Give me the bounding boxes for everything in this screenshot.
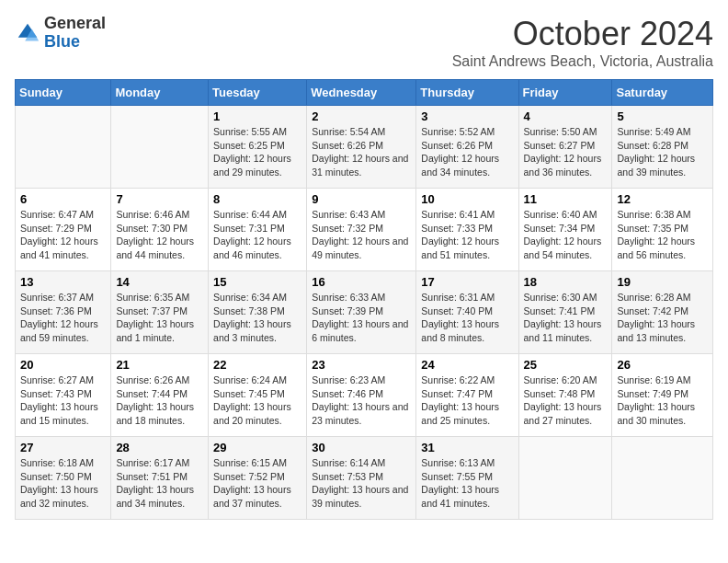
- day-number: 8: [213, 192, 301, 206]
- day-number: 23: [312, 358, 411, 372]
- day-number: 7: [116, 192, 203, 206]
- calendar-cell: 19Sunrise: 6:28 AMSunset: 7:42 PMDayligh…: [612, 271, 713, 354]
- day-number: 15: [213, 275, 301, 289]
- day-info: Sunrise: 6:46 AMSunset: 7:30 PMDaylight:…: [116, 208, 203, 262]
- day-info: Sunrise: 6:44 AMSunset: 7:31 PMDaylight:…: [213, 208, 301, 262]
- calendar-cell: [612, 437, 713, 520]
- day-number: 30: [312, 441, 411, 454]
- calendar-week-row: 6Sunrise: 6:47 AMSunset: 7:29 PMDaylight…: [16, 189, 713, 271]
- calendar-week-row: 13Sunrise: 6:37 AMSunset: 7:36 PMDayligh…: [16, 271, 713, 354]
- calendar-cell: 23Sunrise: 6:23 AMSunset: 7:46 PMDayligh…: [307, 354, 416, 437]
- calendar-cell: 11Sunrise: 6:40 AMSunset: 7:34 PMDayligh…: [518, 189, 612, 271]
- day-number: 21: [116, 358, 203, 372]
- day-number: 18: [524, 275, 608, 289]
- day-info: Sunrise: 6:20 AMSunset: 7:48 PMDaylight:…: [524, 373, 608, 428]
- calendar-header-row: SundayMondayTuesdayWednesdayThursdayFrid…: [16, 80, 713, 106]
- day-number: 6: [20, 192, 106, 206]
- header-monday: Monday: [111, 80, 209, 106]
- calendar-cell: 4Sunrise: 5:50 AMSunset: 6:27 PMDaylight…: [518, 106, 612, 189]
- calendar-cell: 5Sunrise: 5:49 AMSunset: 6:28 PMDaylight…: [612, 106, 713, 189]
- logo-icon: [15, 20, 40, 46]
- day-info: Sunrise: 5:50 AMSunset: 6:27 PMDaylight:…: [524, 125, 608, 179]
- calendar-cell: 6Sunrise: 6:47 AMSunset: 7:29 PMDaylight…: [16, 189, 111, 271]
- calendar-cell: 29Sunrise: 6:15 AMSunset: 7:52 PMDayligh…: [209, 437, 307, 520]
- calendar-cell: 13Sunrise: 6:37 AMSunset: 7:36 PMDayligh…: [16, 271, 111, 354]
- calendar-cell: 3Sunrise: 5:52 AMSunset: 6:26 PMDaylight…: [416, 106, 518, 189]
- calendar-cell: 17Sunrise: 6:31 AMSunset: 7:40 PMDayligh…: [416, 271, 518, 354]
- day-info: Sunrise: 6:24 AMSunset: 7:45 PMDaylight:…: [213, 373, 301, 428]
- calendar-cell: [16, 106, 111, 189]
- day-info: Sunrise: 6:23 AMSunset: 7:46 PMDaylight:…: [312, 373, 411, 428]
- day-number: 1: [213, 109, 301, 123]
- day-number: 3: [421, 109, 513, 123]
- day-number: 22: [213, 358, 301, 372]
- calendar-cell: [518, 437, 612, 520]
- day-info: Sunrise: 6:43 AMSunset: 7:32 PMDaylight:…: [312, 208, 411, 262]
- day-info: Sunrise: 6:37 AMSunset: 7:36 PMDaylight:…: [20, 291, 106, 345]
- day-number: 12: [617, 192, 708, 206]
- calendar-cell: 20Sunrise: 6:27 AMSunset: 7:43 PMDayligh…: [16, 354, 111, 437]
- day-info: Sunrise: 6:15 AMSunset: 7:52 PMDaylight:…: [213, 456, 301, 511]
- day-info: Sunrise: 6:17 AMSunset: 7:51 PMDaylight:…: [116, 456, 203, 511]
- day-number: 13: [20, 275, 106, 289]
- day-number: 29: [213, 441, 301, 454]
- day-info: Sunrise: 6:22 AMSunset: 7:47 PMDaylight:…: [421, 373, 513, 428]
- day-info: Sunrise: 5:52 AMSunset: 6:26 PMDaylight:…: [421, 125, 513, 179]
- day-number: 28: [116, 441, 203, 454]
- day-info: Sunrise: 6:33 AMSunset: 7:39 PMDaylight:…: [312, 291, 411, 345]
- calendar-cell: 9Sunrise: 6:43 AMSunset: 7:32 PMDaylight…: [307, 189, 416, 271]
- day-number: 24: [421, 358, 513, 372]
- day-number: 5: [617, 109, 708, 123]
- calendar-cell: 30Sunrise: 6:14 AMSunset: 7:53 PMDayligh…: [307, 437, 416, 520]
- calendar-cell: 26Sunrise: 6:19 AMSunset: 7:49 PMDayligh…: [612, 354, 713, 437]
- location-subtitle: Saint Andrews Beach, Victoria, Australia: [452, 53, 713, 70]
- day-info: Sunrise: 6:35 AMSunset: 7:37 PMDaylight:…: [116, 291, 203, 345]
- day-number: 27: [20, 441, 106, 454]
- logo-text: General Blue: [44, 15, 106, 52]
- day-info: Sunrise: 6:34 AMSunset: 7:38 PMDaylight:…: [213, 291, 301, 345]
- calendar-cell: 24Sunrise: 6:22 AMSunset: 7:47 PMDayligh…: [416, 354, 518, 437]
- day-number: 10: [421, 192, 513, 206]
- calendar-cell: 27Sunrise: 6:18 AMSunset: 7:50 PMDayligh…: [16, 437, 111, 520]
- calendar-table: SundayMondayTuesdayWednesdayThursdayFrid…: [15, 79, 713, 520]
- day-number: 20: [20, 358, 106, 372]
- day-info: Sunrise: 6:40 AMSunset: 7:34 PMDaylight:…: [524, 208, 608, 262]
- header-wednesday: Wednesday: [307, 80, 416, 106]
- calendar-cell: 2Sunrise: 5:54 AMSunset: 6:26 PMDaylight…: [307, 106, 416, 189]
- calendar-cell: 1Sunrise: 5:55 AMSunset: 6:25 PMDaylight…: [209, 106, 307, 189]
- day-info: Sunrise: 6:18 AMSunset: 7:50 PMDaylight:…: [20, 456, 106, 511]
- logo: General Blue: [15, 15, 106, 52]
- day-info: Sunrise: 5:55 AMSunset: 6:25 PMDaylight:…: [213, 125, 301, 179]
- logo-blue: Blue: [44, 33, 106, 52]
- calendar-cell: 25Sunrise: 6:20 AMSunset: 7:48 PMDayligh…: [518, 354, 612, 437]
- calendar-cell: [111, 106, 209, 189]
- day-info: Sunrise: 6:31 AMSunset: 7:40 PMDaylight:…: [421, 291, 513, 345]
- calendar-cell: 18Sunrise: 6:30 AMSunset: 7:41 PMDayligh…: [518, 271, 612, 354]
- month-title: October 2024: [452, 15, 713, 53]
- day-info: Sunrise: 6:19 AMSunset: 7:49 PMDaylight:…: [617, 373, 708, 428]
- day-number: 19: [617, 275, 708, 289]
- day-info: Sunrise: 6:47 AMSunset: 7:29 PMDaylight:…: [20, 208, 106, 262]
- day-info: Sunrise: 6:28 AMSunset: 7:42 PMDaylight:…: [617, 291, 708, 345]
- day-number: 11: [524, 192, 608, 206]
- calendar-week-row: 1Sunrise: 5:55 AMSunset: 6:25 PMDaylight…: [16, 106, 713, 189]
- title-block: October 2024 Saint Andrews Beach, Victor…: [452, 15, 713, 70]
- header-tuesday: Tuesday: [209, 80, 307, 106]
- calendar-cell: 16Sunrise: 6:33 AMSunset: 7:39 PMDayligh…: [307, 271, 416, 354]
- day-number: 14: [116, 275, 203, 289]
- calendar-cell: 31Sunrise: 6:13 AMSunset: 7:55 PMDayligh…: [416, 437, 518, 520]
- day-info: Sunrise: 6:14 AMSunset: 7:53 PMDaylight:…: [312, 456, 411, 511]
- day-number: 16: [312, 275, 411, 289]
- day-number: 2: [312, 109, 411, 123]
- day-info: Sunrise: 6:38 AMSunset: 7:35 PMDaylight:…: [617, 208, 708, 262]
- calendar-week-row: 20Sunrise: 6:27 AMSunset: 7:43 PMDayligh…: [16, 354, 713, 437]
- header-thursday: Thursday: [416, 80, 518, 106]
- calendar-cell: 8Sunrise: 6:44 AMSunset: 7:31 PMDaylight…: [209, 189, 307, 271]
- day-info: Sunrise: 6:26 AMSunset: 7:44 PMDaylight:…: [116, 373, 203, 428]
- calendar-cell: 15Sunrise: 6:34 AMSunset: 7:38 PMDayligh…: [209, 271, 307, 354]
- day-info: Sunrise: 6:13 AMSunset: 7:55 PMDaylight:…: [421, 456, 513, 511]
- calendar-cell: 10Sunrise: 6:41 AMSunset: 7:33 PMDayligh…: [416, 189, 518, 271]
- day-number: 31: [421, 441, 513, 454]
- page-header: General Blue October 2024 Saint Andrews …: [15, 15, 713, 70]
- day-info: Sunrise: 5:54 AMSunset: 6:26 PMDaylight:…: [312, 125, 411, 179]
